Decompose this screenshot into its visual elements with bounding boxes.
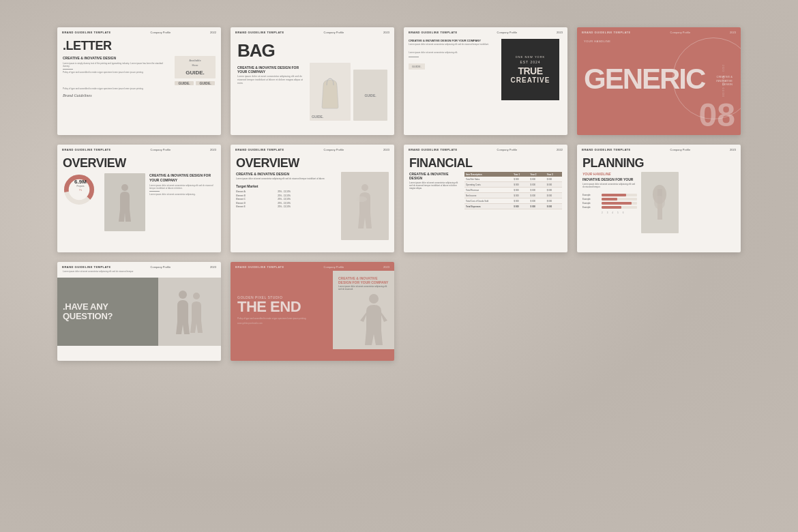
svg-point-8 xyxy=(179,291,187,299)
divider xyxy=(149,191,160,192)
target-item: Element C25% - 13,55% xyxy=(236,198,291,201)
slide-text: CREATIVE & INOVATIVE DESIGN Lorem ipsum … xyxy=(63,56,171,85)
header-center: Company Profile xyxy=(324,265,344,269)
flower-image xyxy=(341,172,389,240)
slide-financial[interactable]: BRAND GUIDELINE TEMPLATE Company Profile… xyxy=(404,145,567,252)
end-url: www.goldenpixelstudio.com xyxy=(237,322,326,325)
right-desc: Lorem ipsum dolor sit amet consectetur a… xyxy=(149,184,216,190)
slide-title: .LETTER xyxy=(57,36,221,55)
slide-planning[interactable]: BRAND GUIDELINE TEMPLATE Company Profile… xyxy=(577,145,741,252)
svg-point-10 xyxy=(369,294,379,304)
header-center: Company Profile xyxy=(497,148,518,151)
creative-desc: Lorem ipsum dolor sit amet consectetur a… xyxy=(236,177,337,180)
slide-header: BRAND GUIDELINE TEMPLATE Company Profile… xyxy=(231,262,394,271)
plant-image xyxy=(641,172,679,233)
overview-image xyxy=(104,173,145,231)
generic-main-title: GENERIC xyxy=(584,65,705,93)
tc-creative: CREATIVE xyxy=(511,76,550,84)
header-brand: BRAND GUIDELINE TEMPLATE xyxy=(62,148,111,151)
header-brand: BRAND GUIDELINE TEMPLATE xyxy=(62,265,111,269)
bar-rows: Example Example Example Example xyxy=(582,194,637,209)
end-title: THE END xyxy=(237,299,326,314)
end-desc: Policy of type and scrambled to make a t… xyxy=(237,317,326,320)
signature: Brand Guidelines xyxy=(57,93,221,99)
end-right-image: CREATIVE & INOVATIVE DESIGN FOR YOUR COM… xyxy=(333,271,394,349)
header-brand: BRAND GUIDELINE TEMPLATE xyxy=(235,265,284,269)
right-title: CREATIVE & INOVATIVE DESIGN FOR YOUR COM… xyxy=(149,173,216,183)
slide-header: BRAND GUIDELINE TEMPLATE Company Profile… xyxy=(231,145,394,153)
tc-sub: ONE NEW YORK xyxy=(516,55,546,59)
slide-title: PLANNING xyxy=(577,153,741,172)
slide-header: BRAND GUIDELINE TEMPLATE Company Profile… xyxy=(404,27,567,36)
svg-point-4 xyxy=(356,196,367,202)
header-year: 2023 xyxy=(383,31,389,34)
header-brand: BRAND GUIDELINE TEMPLATE xyxy=(235,31,284,34)
slide-desc: Lorem ipsum dolor sit amet consectetur a… xyxy=(409,44,497,46)
header-center: Company Profile xyxy=(670,148,691,151)
fin-label: CREATIVE & INOVATIVE DESIGN xyxy=(409,172,460,180)
table-row: Total Net Sales$ 000$ 000$ 000 xyxy=(464,177,562,182)
right-image xyxy=(158,278,221,346)
slide-title: BAG xyxy=(231,36,394,61)
header-year: 2022 xyxy=(210,31,216,34)
table-row: Total Cost of Goods Sold$ 000$ 000$ 000 xyxy=(464,198,562,204)
tc-tagline: EST 2024 xyxy=(520,60,540,64)
creative-end-label: CREATIVE & INOVATIVE DESIGN FOR YOUR COM… xyxy=(338,276,389,284)
table-header: Year 3 xyxy=(546,172,562,177)
header-center: Company Profile xyxy=(670,31,691,34)
guide-btn: GUIDE. xyxy=(409,63,425,70)
fin-desc: Lorem ipsum dolor sit amet consectetur a… xyxy=(409,181,460,190)
end-person-svg xyxy=(357,292,391,346)
divider xyxy=(409,57,419,57)
table-row: Net Income$ 000$ 000$ 000 xyxy=(464,193,562,198)
svg-point-9 xyxy=(193,293,200,299)
header-center: Company Profile xyxy=(151,265,171,269)
target-title: Target Market xyxy=(236,184,291,188)
slide-desc-2: Lorem ipsum dolor sit amet consectetur a… xyxy=(409,52,497,55)
slides-grid: BRAND GUIDELINE TEMPLATE Company Profile… xyxy=(57,27,741,361)
header-brand: BRAND GUIDELINE TEMPLATE xyxy=(62,31,111,34)
slide-bag[interactable]: BRAND GUIDELINE TEMPLATE Company Profile… xyxy=(231,27,394,135)
slide-title: OVERVIEW xyxy=(231,153,394,172)
slide-generic[interactable]: BRAND GUIDELINE TEMPLATE Company Profile… xyxy=(577,27,741,135)
plant-svg xyxy=(648,182,672,223)
chart-unit: Projects xyxy=(64,185,97,188)
slide-have-question[interactable]: BRAND GUIDELINE TEMPLATE Company Profile… xyxy=(57,262,221,361)
generic-sub-text: Creative & Innovative Design xyxy=(716,75,733,87)
body-text: Lorem ipsum is simply dummy text of the … xyxy=(63,62,171,68)
slide-header: BRAND GUIDELINE TEMPLATE Company Profile… xyxy=(577,145,741,153)
chart-value: 6.9M xyxy=(64,179,97,185)
slide-letter[interactable]: BRAND GUIDELINE TEMPLATE Company Profile… xyxy=(57,27,221,135)
slide-overview-chart[interactable]: BRAND GUIDELINE TEMPLATE Company Profile… xyxy=(57,145,221,252)
slide-header: BRAND GUIDELINE TEMPLATE Company Profile… xyxy=(57,27,221,36)
header-center: Company Profile xyxy=(151,148,171,151)
slide-header: BRAND GUIDELINE TEMPLATE Company Profile… xyxy=(231,27,394,36)
slide-the-end[interactable]: BRAND GUIDELINE TEMPLATE Company Profile… xyxy=(231,262,394,361)
guide-label: GUIDE. xyxy=(186,70,205,76)
header-center: Company Profile xyxy=(324,31,344,34)
target-items: Element A25% - 13,55% Element B25% - 13,… xyxy=(236,190,291,208)
guide-box-main: Available Here GUIDE. xyxy=(175,56,216,78)
body-text-2: Policy of type and scrambled to make a t… xyxy=(63,71,171,74)
table-row: Total Revenue$ 000$ 000$ 000 xyxy=(464,188,562,193)
header-year: 2023 xyxy=(730,148,736,151)
generic-small-text: Your Handline xyxy=(584,40,610,43)
financial-table: Item Description Year 1 Year 2 Year 3 To… xyxy=(464,172,562,209)
flower-svg xyxy=(351,182,379,230)
target-item: Element A25% - 13,55% xyxy=(236,190,291,193)
header-year: 2023 xyxy=(383,148,389,151)
chart-center-label: 6.9M Projects 7% xyxy=(64,179,97,192)
slide-subtitle: CREATIVE & INOVATIVE DESIGN FOR YOUR COM… xyxy=(409,39,497,42)
slide-true-creative[interactable]: BRAND GUIDELINE TEMPLATE Company Profile… xyxy=(404,27,567,135)
vertical-text: 2023 · BRAND GUIDE xyxy=(722,65,724,98)
divider xyxy=(63,69,73,70)
header-center: Company Profile xyxy=(324,148,344,151)
bag-label-2: GUIDE. xyxy=(364,93,376,98)
slide-title: OVERVIEW xyxy=(57,153,221,172)
true-creative-box: ONE NEW YORK EST 2024 TRUE CREATIVE xyxy=(501,39,559,100)
header-year: 2023 xyxy=(730,31,736,34)
creative-label: CREATIVE & INOVATIVE DESIGN xyxy=(236,172,337,176)
target-item: Element E25% - 13,55% xyxy=(236,205,291,208)
slide-overview-target[interactable]: BRAND GUIDELINE TEMPLATE Company Profile… xyxy=(231,145,394,252)
creative-label: CREATIVE & INOVATIVE DESIGN xyxy=(63,56,171,61)
